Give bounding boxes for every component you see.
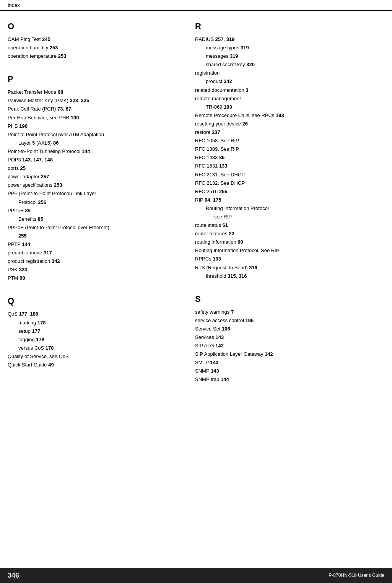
index-entry: product registration 342	[8, 257, 184, 265]
index-entry: PPPoE (Point-to-Point Protocol over Ethe…	[8, 223, 184, 232]
index-entry: operation temperature 253	[8, 52, 184, 60]
index-entry: QoS 177, 189	[8, 310, 184, 318]
index-entry: Routing Information Protocol	[195, 204, 384, 213]
top-bar: Index	[0, 0, 392, 11]
index-entry: related documentation 3	[195, 86, 384, 94]
index-entry: Service Set 106	[195, 325, 384, 333]
index-entry: Layer 5 (AAL5) 86	[8, 139, 184, 147]
page-title: Index	[8, 2, 20, 8]
index-entry: operation humidity 253	[8, 44, 184, 52]
index-entry: Quality of Service, see QoS	[8, 352, 184, 361]
index-entry: registration	[195, 69, 384, 77]
index-entry: tagging 178	[8, 335, 184, 344]
section-r-letter: R	[195, 21, 384, 31]
right-column: R RADIUS 257, 319 message types 319 mess…	[191, 15, 384, 384]
index-entry: RFC 1631 133	[195, 162, 384, 170]
index-entry: 255	[8, 232, 184, 240]
index-entry: RFC 2131. See DHCP.	[195, 171, 384, 179]
index-entry: service access control 196	[195, 316, 384, 325]
bottom-bar: 346 P-870HN-51b User's Guide	[0, 568, 392, 583]
index-entry: PPPoE 85	[8, 207, 184, 215]
guide-name: P-870HN-51b User's Guide	[329, 573, 384, 578]
index-entry: ports 25	[8, 164, 184, 173]
index-entry: RFC 1058. See RIP.	[195, 137, 384, 145]
index-entry: SMTP 143	[195, 358, 384, 367]
index-entry: PTM 68	[8, 274, 184, 282]
index-entry: remote management	[195, 94, 384, 103]
index-entry: Per-Hop Behavior, see PHB 190	[8, 114, 184, 122]
index-entry: TR-069 193	[195, 103, 384, 111]
index-entry: SNMP 143	[195, 367, 384, 375]
index-entry: SNMP trap 144	[195, 375, 384, 384]
index-entry: restore 237	[195, 128, 384, 137]
index-entry: Peak Cell Rate (PCR) 73, 87	[8, 105, 184, 113]
index-entry: product 342	[195, 77, 384, 86]
index-entry: Benefits 85	[8, 215, 184, 223]
index-entry: PSK 323	[8, 265, 184, 274]
index-entry: Point-to-Point Tunneling Protocol 144	[8, 147, 184, 156]
index-entry: RTS (Request To Send) 316	[195, 264, 384, 272]
index-entry: POP3 143, 147, 148	[8, 156, 184, 164]
index-entry: Pairwise Master Key (PMK) 323, 325	[8, 96, 184, 105]
index-entry: Remote Procedure Calls, see RPCs 193	[195, 111, 384, 120]
index-entry: RFC 1389. See RIP.	[195, 145, 384, 153]
index-entry: PPTP 144	[8, 240, 184, 249]
index-entry: router features 22	[195, 230, 384, 238]
index-entry: messages 319	[195, 52, 384, 60]
section-p-letter: P	[8, 74, 184, 84]
index-entry: Packet Transfer Mode 68	[8, 88, 184, 96]
index-entry: marking 178	[8, 319, 184, 327]
index-entry: power adaptor 257	[8, 173, 184, 181]
index-entry: PPP (Point-to-Point Protocol) Link Layer	[8, 189, 184, 198]
index-entry: RFC 2516 255	[195, 187, 384, 196]
index-entry: RPPCs 193	[195, 255, 384, 263]
index-entry: shared secret key 320	[195, 60, 384, 69]
index-entry: threshold 315, 316	[195, 272, 384, 280]
index-entry: see RIP	[195, 213, 384, 221]
left-column: O OAM Ping Test 245 operation humidity 2…	[8, 15, 191, 384]
index-entry: OAM Ping Test 245	[8, 35, 184, 44]
index-entry: route status 61	[195, 221, 384, 230]
index-entry: RFC 2132. See DHCP	[195, 179, 384, 187]
index-entry: routing information 60	[195, 238, 384, 246]
index-entry: setup 177	[8, 327, 184, 335]
index-entry: RADIUS 257, 319	[195, 35, 384, 44]
section-q-letter: Q	[8, 296, 184, 306]
index-entry: Point to Point Protocol over ATM Adaptat…	[8, 130, 184, 139]
index-entry: Quick Start Guide 49	[8, 361, 184, 369]
section-s-letter: S	[195, 294, 384, 304]
index-entry: versus CoS 178	[8, 344, 184, 352]
index-entry: RIP 94, 175	[195, 196, 384, 204]
index-entry: Protocol 256	[8, 198, 184, 207]
index-entry: preamble mode 317	[8, 249, 184, 257]
section-o-letter: O	[8, 21, 184, 31]
index-entry: RFC 1483 86	[195, 153, 384, 162]
index-entry: power specifications 253	[8, 181, 184, 189]
index-entry: message types 319	[195, 44, 384, 52]
index-entry: Services 143	[195, 333, 384, 342]
index-entry: PHB 190	[8, 122, 184, 130]
index-entry: SIP ALG 142	[195, 342, 384, 350]
page-number: 346	[8, 572, 19, 580]
index-entry: SIP Application Layer Gateway 142	[195, 350, 384, 358]
index-entry: resetting your device 26	[195, 120, 384, 128]
index-entry: safety warnings 7	[195, 308, 384, 316]
index-entry: Routing Information Protocol. See RIP	[195, 246, 384, 255]
